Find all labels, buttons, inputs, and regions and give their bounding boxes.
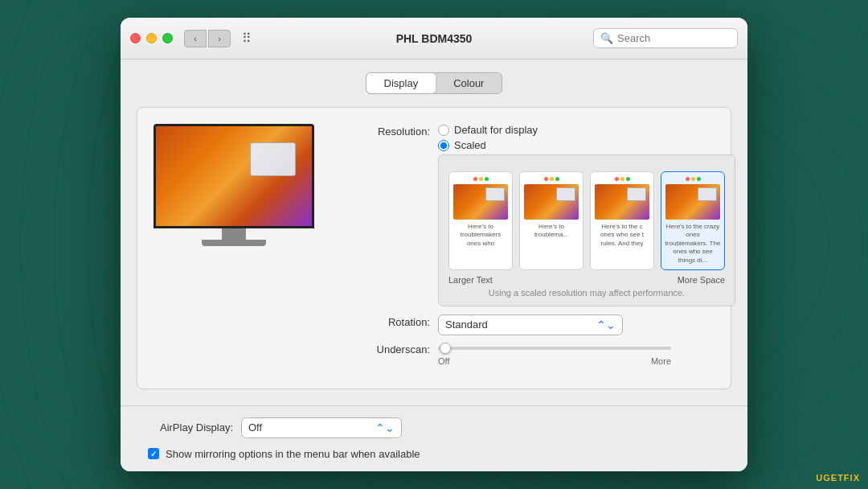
scale-card-3[interactable]: Here's to the c ones who see t rules. An… (590, 171, 654, 270)
preview-3 (595, 184, 649, 220)
panel-top: Resolution: Default for display Scaled (154, 124, 714, 372)
dots-4 (686, 177, 701, 181)
scaled-radio-row: Scaled (438, 139, 735, 151)
card-text-3: Here's to the c ones who see t rules. An… (594, 223, 650, 248)
settings-panel: Resolution: Default for display Scaled (137, 107, 731, 389)
resolution-row: Resolution: Default for display Scaled (334, 124, 735, 306)
search-box[interactable]: 🔍 (593, 28, 738, 48)
back-button[interactable]: ‹ (184, 30, 207, 47)
scaled-radio[interactable] (438, 140, 449, 151)
rotation-label: Rotation: (334, 314, 430, 328)
slider-labels: Off More (438, 356, 671, 366)
traffic-lights (130, 33, 173, 43)
rotation-selected: Standard (445, 318, 488, 331)
window-title: PHL BDM4350 (396, 32, 473, 45)
content-area: Display Colour Resolution: (121, 60, 747, 405)
preview-1 (453, 184, 508, 220)
maximize-button[interactable] (162, 33, 173, 43)
tab-group: Display Colour (366, 72, 503, 94)
settings-right: Resolution: Default for display Scaled (334, 124, 735, 372)
rotation-value: Standard ⌃⌄ (438, 314, 623, 335)
mirroring-checkbox[interactable]: ✓ (148, 448, 159, 459)
scale-card-4[interactable]: Here's to the crazy ones troublemakers. … (661, 171, 725, 270)
dropdown-arrows-icon: ⌃⌄ (596, 318, 616, 331)
airplay-value: Off (248, 421, 262, 434)
nav-buttons: ‹ › (184, 30, 231, 47)
dots-1 (473, 177, 489, 181)
checkbox-label: Show mirroring options in the menu bar w… (166, 448, 420, 460)
airplay-arrows-icon: ⌃⌄ (375, 421, 395, 434)
resolution-options: Default for display Scaled (438, 124, 735, 306)
default-radio-row: Default for display (438, 124, 735, 136)
underscan-row: Underscan: Off More (334, 342, 735, 366)
default-radio[interactable] (438, 125, 449, 136)
bottom-section: AirPlay Display: Off ⌃⌄ ✓ Show mirroring… (121, 405, 747, 471)
rotation-row: Rotation: Standard ⌃⌄ (334, 314, 735, 335)
rotation-dropdown[interactable]: Standard ⌃⌄ (438, 314, 623, 335)
scale-labels: Larger Text More Space (448, 275, 725, 285)
monitor-stand-neck (222, 228, 246, 240)
forward-button[interactable]: › (208, 30, 231, 47)
scale-card-2[interactable]: Here's to troublema... (519, 171, 583, 270)
slider-off-label: Off (438, 356, 449, 366)
default-radio-label: Default for display (454, 124, 538, 136)
underscan-slider-thumb[interactable] (440, 343, 451, 354)
tab-colour[interactable]: Colour (436, 73, 502, 93)
main-window: ‹ › ⠿ PHL BDM4350 🔍 Display Colour (121, 18, 747, 471)
watermark: UGETFIX (816, 473, 860, 483)
minimize-button[interactable] (146, 33, 157, 43)
monitor-preview (154, 124, 314, 246)
close-button[interactable] (130, 33, 141, 43)
resolution-label: Resolution: (334, 124, 430, 138)
search-input[interactable] (617, 32, 731, 44)
scaled-area: Here's to troublemakers ones who (438, 154, 735, 306)
tab-display[interactable]: Display (366, 73, 436, 93)
larger-text-label: Larger Text (448, 275, 493, 285)
card-text-4: Here's to the crazy ones troublemakers. … (665, 223, 721, 265)
underscan-slider-track[interactable] (438, 347, 671, 350)
scale-note: Using a scaled resolution may affect per… (448, 288, 725, 298)
scaled-radio-label: Scaled (454, 139, 486, 151)
card-text-1: Here's to troublemakers ones who (452, 223, 509, 248)
checkmark-icon: ✓ (150, 450, 157, 458)
monitor-stand-base (202, 240, 266, 246)
airplay-dropdown[interactable]: Off ⌃⌄ (241, 417, 402, 438)
tab-bar: Display Colour (137, 72, 731, 94)
slider-more-label: More (651, 356, 671, 366)
airplay-row: AirPlay Display: Off ⌃⌄ (137, 417, 731, 438)
dots-3 (615, 177, 630, 181)
checkbox-row: ✓ Show mirroring options in the menu bar… (137, 448, 731, 460)
monitor-screen (154, 124, 314, 228)
underscan-label: Underscan: (334, 342, 430, 355)
preview-2 (524, 184, 579, 220)
airplay-label: AirPlay Display: (137, 421, 233, 434)
search-icon: 🔍 (600, 32, 613, 44)
underscan-slider-container: Off More (438, 342, 671, 366)
card-text-2: Here's to troublema... (523, 223, 579, 240)
scale-card-1[interactable]: Here's to troublemakers ones who (448, 171, 513, 270)
titlebar: ‹ › ⠿ PHL BDM4350 🔍 (121, 18, 747, 60)
more-space-label: More Space (678, 275, 725, 285)
preview-4 (665, 184, 720, 220)
dots-2 (544, 177, 559, 181)
scaled-options: Here's to troublemakers ones who (448, 171, 725, 270)
grid-icon[interactable]: ⠿ (242, 31, 252, 46)
